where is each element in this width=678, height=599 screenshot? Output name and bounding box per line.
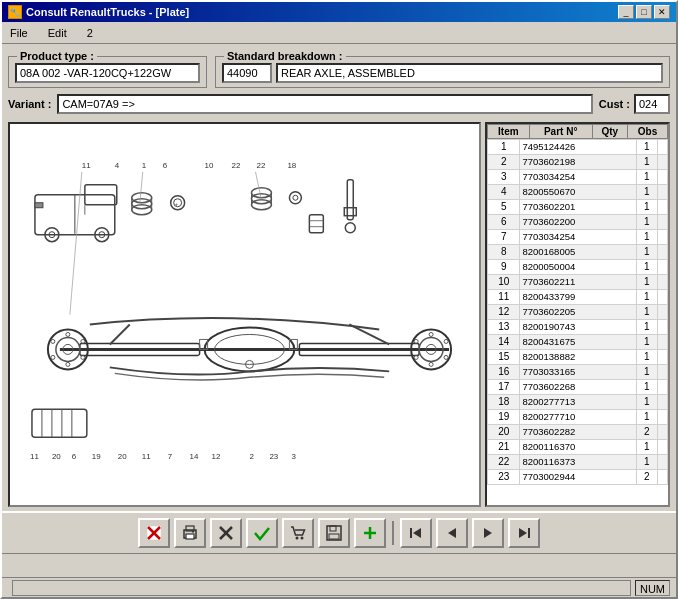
breakdown-description: REAR AXLE, ASSEMBLED [276, 63, 663, 83]
main-window: 🔧 Consult RenaultTrucks - [Plate] _ □ ✕ … [0, 0, 678, 599]
breakdown-group: Standard breakdown : 44090 REAR AXLE, AS… [215, 56, 670, 88]
status-bar: NUM [2, 577, 676, 597]
table-row[interactable]: 1982002777101 [488, 410, 668, 425]
cell-obs [657, 425, 667, 440]
table-row[interactable]: 677036022001 [488, 215, 668, 230]
title-bar: 🔧 Consult RenaultTrucks - [Plate] _ □ ✕ [2, 2, 676, 22]
table-row[interactable]: 1077036022111 [488, 275, 668, 290]
table-row[interactable]: 2077036022822 [488, 425, 668, 440]
cell-qty: 1 [636, 260, 657, 275]
table-row[interactable]: 1482004316751 [488, 335, 668, 350]
cell-item: 7 [488, 230, 520, 245]
svg-text:7: 7 [168, 452, 173, 461]
cell-obs [657, 290, 667, 305]
nav-first-button[interactable] [400, 518, 432, 548]
menu-bar: File Edit 2 [2, 22, 676, 44]
cell-qty: 1 [636, 230, 657, 245]
cell-item: 5 [488, 200, 520, 215]
diagram-area: 11 4 1 6 10 22 22 18 [8, 122, 481, 507]
col-qty: Qty [592, 125, 627, 139]
menu-file[interactable]: File [6, 26, 32, 40]
table-scroll[interactable]: 1749512442612770360219813770303425414820… [487, 139, 668, 505]
cell-item: 12 [488, 305, 520, 320]
cell-obs [657, 140, 667, 155]
cell-qty: 1 [636, 455, 657, 470]
delete-button[interactable] [210, 518, 242, 548]
menu-2[interactable]: 2 [83, 26, 97, 40]
cell-item: 21 [488, 440, 520, 455]
menu-edit[interactable]: Edit [44, 26, 71, 40]
table-row[interactable]: 1777036022681 [488, 380, 668, 395]
svg-text:22: 22 [256, 161, 265, 170]
table-row[interactable]: 2377030029442 [488, 470, 668, 485]
table-row[interactable]: 1582001388821 [488, 350, 668, 365]
cell-obs [657, 395, 667, 410]
table-row[interactable]: 777030342541 [488, 230, 668, 245]
cell-obs [657, 215, 667, 230]
cell-part: 8200277713 [520, 395, 636, 410]
table-row[interactable]: 882001680051 [488, 245, 668, 260]
product-type-group: Product type : 08A 002 -VAR-120CQ+122GW [8, 56, 207, 88]
table-row[interactable]: 377030342541 [488, 170, 668, 185]
cell-part: 7703602211 [520, 275, 636, 290]
cell-obs [657, 200, 667, 215]
lower-separator [2, 553, 676, 577]
table-row[interactable]: 2182001163701 [488, 440, 668, 455]
maximize-btn[interactable]: □ [636, 5, 652, 19]
table-row[interactable]: 1277036022051 [488, 305, 668, 320]
cell-obs [657, 170, 667, 185]
variant-label: Variant : [8, 98, 51, 110]
cell-qty: 1 [636, 410, 657, 425]
nav-next-button[interactable] [472, 518, 504, 548]
table-row[interactable]: 1882002777131 [488, 395, 668, 410]
table-row[interactable]: 577036022011 [488, 200, 668, 215]
minimize-btn[interactable]: _ [618, 5, 634, 19]
svg-text:14: 14 [190, 452, 199, 461]
cell-qty: 1 [636, 275, 657, 290]
table-row[interactable]: 277036021981 [488, 155, 668, 170]
col-part: Part N° [529, 125, 592, 139]
cell-qty: 2 [636, 425, 657, 440]
svg-text:2: 2 [249, 452, 254, 461]
table-row[interactable]: 174951244261 [488, 140, 668, 155]
product-type-label: Product type : [17, 50, 97, 62]
svg-text:11: 11 [82, 161, 91, 170]
svg-text:20: 20 [118, 452, 127, 461]
cell-part: 7703033165 [520, 365, 636, 380]
cell-qty: 1 [636, 440, 657, 455]
cell-part: 8200168005 [520, 245, 636, 260]
table-row[interactable]: 482005506701 [488, 185, 668, 200]
svg-text:19: 19 [92, 452, 101, 461]
svg-text:10: 10 [205, 161, 214, 170]
ok-button[interactable] [246, 518, 278, 548]
save-button[interactable] [318, 518, 350, 548]
svg-text:3: 3 [291, 452, 296, 461]
svg-text:4: 4 [115, 161, 120, 170]
table-row[interactable]: 2282001163731 [488, 455, 668, 470]
svg-text:12: 12 [212, 452, 221, 461]
cell-qty: 1 [636, 200, 657, 215]
svg-point-95 [296, 537, 299, 540]
title-bar-left: 🔧 Consult RenaultTrucks - [Plate] [8, 5, 189, 19]
cell-qty: 1 [636, 320, 657, 335]
parts-table-body: 1749512442612770360219813770303425414820… [487, 139, 668, 485]
cart-button[interactable] [282, 518, 314, 548]
cell-item: 9 [488, 260, 520, 275]
close-btn[interactable]: ✕ [654, 5, 670, 19]
table-row[interactable]: 1182004337991 [488, 290, 668, 305]
add-button[interactable] [354, 518, 386, 548]
cell-obs [657, 380, 667, 395]
nav-last-button[interactable] [508, 518, 540, 548]
cancel-button[interactable] [138, 518, 170, 548]
print-button[interactable] [174, 518, 206, 548]
table-row[interactable]: 1382001907431 [488, 320, 668, 335]
cell-obs [657, 320, 667, 335]
table-row[interactable]: 982000500041 [488, 260, 668, 275]
product-type-value: 08A 002 -VAR-120CQ+122GW [15, 63, 200, 83]
cell-item: 4 [488, 185, 520, 200]
table-row[interactable]: 1677030331651 [488, 365, 668, 380]
svg-rect-91 [186, 534, 194, 539]
cell-part: 7703602205 [520, 305, 636, 320]
nav-prev-button[interactable] [436, 518, 468, 548]
cell-part: 8200431675 [520, 335, 636, 350]
